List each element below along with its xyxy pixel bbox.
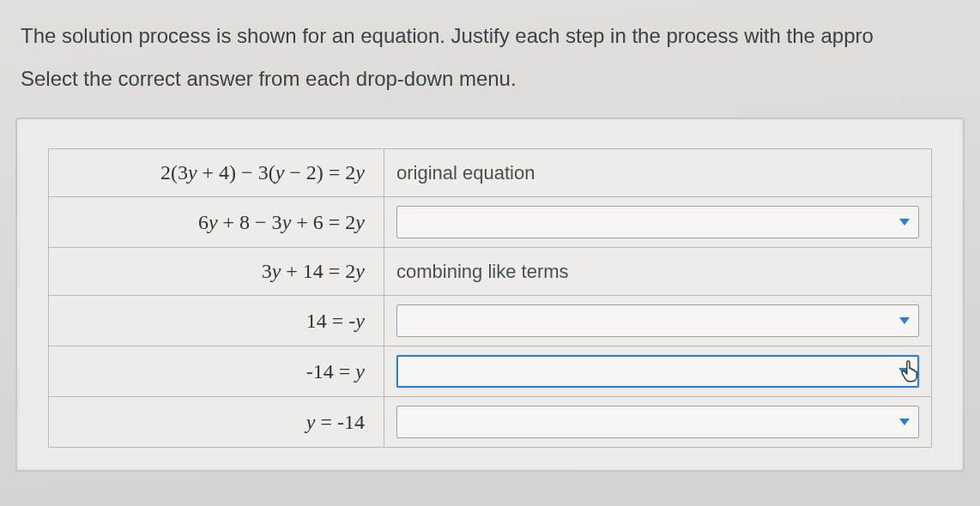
justification-cell [384, 397, 932, 448]
justification-dropdown[interactable] [396, 406, 919, 438]
justification-dropdown[interactable] [396, 304, 919, 337]
justification-text: combining like terms [396, 261, 569, 282]
justification-cell: original equation [384, 149, 932, 197]
equation-cell: 6y + 8 − 3y + 6 = 2y [49, 197, 384, 248]
equation-cell: 2(3y + 4) − 3(y − 2) = 2y [49, 149, 384, 197]
table-row: 3y + 14 = 2y combining like terms [49, 248, 932, 296]
prompt-line-1: The solution process is shown for an equ… [21, 24, 874, 47]
chevron-down-icon [898, 368, 909, 375]
justification-cell [384, 197, 932, 248]
solution-table: 2(3y + 4) − 3(y − 2) = 2y original equat… [48, 148, 932, 448]
table-row: -14 = y [49, 346, 932, 397]
justification-text: original equation [396, 162, 535, 184]
solution-panel: 2(3y + 4) − 3(y − 2) = 2y original equat… [15, 117, 965, 472]
justification-dropdown[interactable] [396, 355, 919, 388]
equation-cell: y = -14 [49, 397, 384, 448]
equation-cell: 14 = -y [49, 296, 384, 346]
prompt-line-2: Select the correct answer from each drop… [21, 62, 959, 96]
chevron-down-icon [899, 317, 910, 324]
question-prompt: The solution process is shown for an equ… [15, 0, 965, 95]
table-row: 14 = -y [49, 296, 932, 346]
chevron-down-icon [899, 219, 910, 226]
justification-cell: combining like terms [384, 248, 932, 296]
equation-cell: 3y + 14 = 2y [49, 248, 384, 296]
table-row: y = -14 [49, 397, 932, 448]
chevron-down-icon [899, 419, 910, 425]
equation-cell: -14 = y [49, 346, 384, 397]
justification-cell [384, 296, 932, 346]
table-row: 6y + 8 − 3y + 6 = 2y [49, 197, 932, 248]
justification-cell [384, 346, 932, 397]
justification-dropdown[interactable] [396, 206, 919, 238]
table-row: 2(3y + 4) − 3(y − 2) = 2y original equat… [49, 149, 932, 197]
